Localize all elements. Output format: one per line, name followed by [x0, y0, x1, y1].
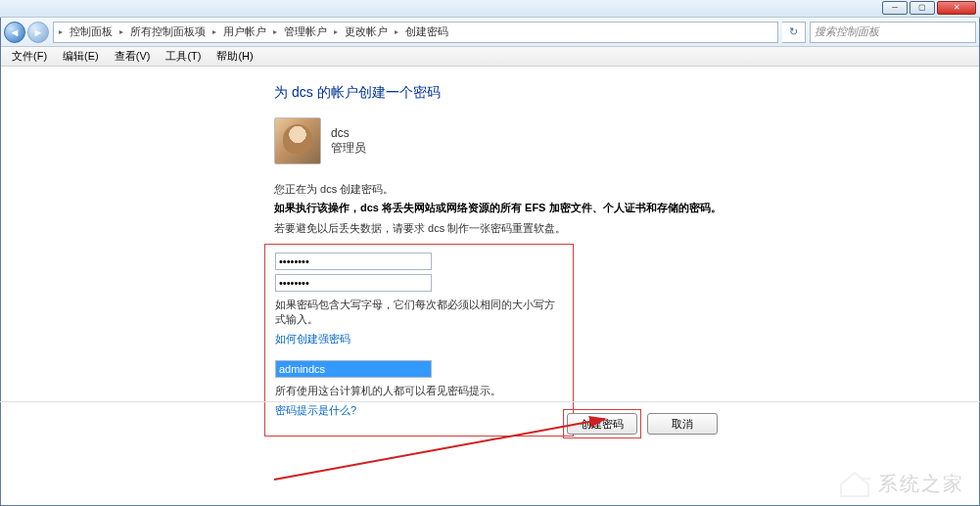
password-hint-input[interactable]	[275, 360, 432, 378]
nav-arrows: ◄ ►	[4, 22, 49, 43]
crumb-manage-accounts[interactable]: 管理帐户	[278, 23, 333, 42]
watermark: 系统之家	[837, 469, 964, 498]
content-area: 为 dcs 的帐户创建一个密码 dcs 管理员 您正在为 dcs 创建密码。 如…	[0, 67, 980, 437]
hint-description: 所有使用这台计算机的人都可以看见密码提示。	[275, 384, 563, 398]
menu-help[interactable]: 帮助(H)	[209, 47, 260, 66]
user-block: dcs 管理员	[274, 117, 724, 164]
refresh-button[interactable]: ↻	[782, 22, 806, 43]
maximize-button[interactable]: ▢	[910, 1, 935, 15]
crumb-control-panel[interactable]: 控制面板	[64, 23, 118, 42]
page-inner: 为 dcs 的帐户创建一个密码 dcs 管理员 您正在为 dcs 创建密码。 如…	[274, 84, 724, 437]
divider	[0, 401, 980, 402]
info-line-2: 如果执行该操作，dcs 将丢失网站或网络资源的所有 EFS 加密文件、个人证书和…	[274, 201, 724, 215]
forward-button[interactable]: ►	[27, 22, 49, 43]
back-button[interactable]: ◄	[4, 22, 25, 43]
strong-password-link[interactable]: 如何创建强密码	[275, 332, 350, 346]
cancel-button[interactable]: 取消	[647, 413, 718, 435]
username-label: dcs	[331, 126, 366, 140]
menu-tools[interactable]: 工具(T)	[158, 47, 209, 66]
create-password-button[interactable]: 创建密码	[567, 413, 637, 435]
create-button-highlight: 创建密码	[563, 409, 641, 438]
search-input[interactable]: 搜索控制面板	[810, 22, 976, 43]
confirm-password-input[interactable]	[275, 274, 432, 292]
titlebar: ─ ▢ ✕	[0, 0, 980, 18]
watermark-text: 系统之家	[878, 471, 964, 497]
window-controls: ─ ▢ ✕	[880, 1, 976, 15]
menubar: 文件(F) 编辑(E) 查看(V) 工具(T) 帮助(H)	[0, 47, 980, 67]
new-password-input[interactable]	[275, 253, 432, 270]
menu-file[interactable]: 文件(F)	[4, 47, 55, 66]
close-button[interactable]: ✕	[937, 1, 976, 15]
info-line-3: 若要避免以后丢失数据，请要求 dcs 制作一张密码重置软盘。	[274, 221, 724, 236]
nav-row: ◄ ► ▸ 控制面板 ▸ 所有控制面板项 ▸ 用户帐户 ▸ 管理帐户 ▸ 更改帐…	[0, 18, 980, 47]
caps-hint-text: 如果密码包含大写字母，它们每次都必须以相同的大小写方式输入。	[275, 298, 563, 327]
minimize-button[interactable]: ─	[882, 1, 908, 15]
page-title: 为 dcs 的帐户创建一个密码	[274, 84, 724, 102]
avatar	[274, 117, 321, 164]
watermark-house-icon	[837, 469, 872, 498]
user-role-label: 管理员	[331, 140, 366, 157]
menu-view[interactable]: 查看(V)	[107, 47, 159, 66]
crumb-all-items[interactable]: 所有控制面板项	[124, 23, 211, 42]
user-meta: dcs 管理员	[331, 126, 366, 157]
highlighted-form-box: 如果密码包含大写字母，它们每次都必须以相同的大小写方式输入。 如何创建强密码 所…	[264, 244, 574, 437]
crumb-change-account[interactable]: 更改帐户	[339, 23, 394, 42]
info-line-1: 您正在为 dcs 创建密码。	[274, 182, 724, 197]
search-placeholder: 搜索控制面板	[815, 24, 879, 39]
what-is-hint-link[interactable]: 密码提示是什么?	[275, 403, 356, 418]
menu-edit[interactable]: 编辑(E)	[55, 47, 107, 66]
breadcrumb[interactable]: ▸ 控制面板 ▸ 所有控制面板项 ▸ 用户帐户 ▸ 管理帐户 ▸ 更改帐户 ▸ …	[53, 22, 778, 43]
crumb-create-password[interactable]: 创建密码	[399, 23, 454, 42]
button-row: 创建密码 取消	[563, 409, 718, 438]
crumb-user-accounts[interactable]: 用户帐户	[217, 23, 272, 42]
